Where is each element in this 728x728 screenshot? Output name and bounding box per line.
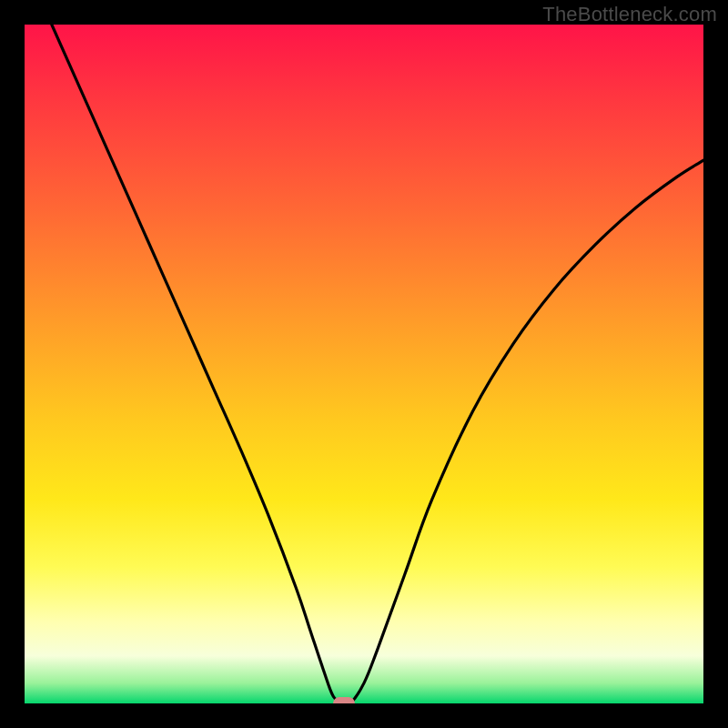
- marker-pill: [333, 697, 355, 703]
- chart-frame: TheBottleneck.com: [0, 0, 728, 728]
- curve-line: [52, 25, 703, 703]
- curve-svg: [25, 25, 703, 703]
- plot-area: [25, 25, 703, 703]
- watermark-text: TheBottleneck.com: [542, 3, 717, 26]
